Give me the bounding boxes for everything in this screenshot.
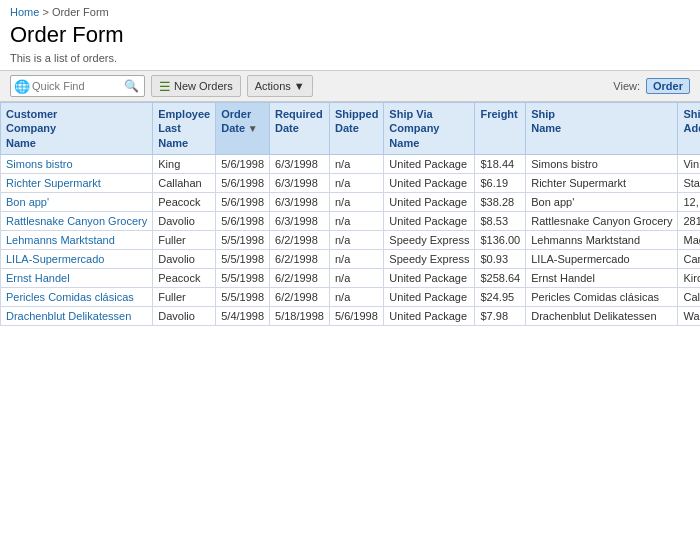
cell-ship_address: 2817 Milton Dr. — [678, 211, 700, 230]
cell-ship_name: Drachenblut Delikatessen — [526, 306, 678, 325]
col-header-ship-address[interactable]: ShipAddress — [678, 103, 700, 155]
col-header-employee[interactable]: EmployeeLast Name — [153, 103, 216, 155]
cell-required_date: 6/2/1998 — [270, 268, 330, 287]
cell-ship_name: Simons bistro — [526, 154, 678, 173]
cell-ship_address: Magazinweg 7 — [678, 230, 700, 249]
cell-customer[interactable]: Ernst Handel — [1, 268, 153, 287]
cell-freight: $0.93 — [475, 249, 526, 268]
cell-order_date: 5/5/1998 — [216, 249, 270, 268]
new-orders-label: New Orders — [174, 80, 233, 92]
cell-customer[interactable]: LILA-Supermercado — [1, 249, 153, 268]
cell-order_date: 5/6/1998 — [216, 211, 270, 230]
cell-ship_name: Pericles Comidas clásicas — [526, 287, 678, 306]
cell-ship_address: Starenweg 5 — [678, 173, 700, 192]
cell-freight: $7.98 — [475, 306, 526, 325]
cell-employee: Fuller — [153, 287, 216, 306]
cell-required_date: 6/3/1998 — [270, 192, 330, 211]
col-header-order-date[interactable]: OrderDate ▼ — [216, 103, 270, 155]
cell-order_date: 5/5/1998 — [216, 230, 270, 249]
cell-ship_name: Rattlesnake Canyon Grocery — [526, 211, 678, 230]
cell-ship_via: United Package — [384, 192, 475, 211]
new-orders-button[interactable]: ☰ New Orders — [151, 75, 241, 97]
cell-shipped_date: 5/6/1998 — [329, 306, 383, 325]
cell-ship_via: Speedy Express — [384, 249, 475, 268]
cell-customer[interactable]: Drachenblut Delikatessen — [1, 306, 153, 325]
table-row: Rattlesnake Canyon GroceryDavolio5/6/199… — [1, 211, 701, 230]
table-header-row: CustomerCompanyName EmployeeLast Name Or… — [1, 103, 701, 155]
cell-customer[interactable]: Pericles Comidas clásicas — [1, 287, 153, 306]
search-button[interactable]: 🔍 — [122, 79, 141, 93]
cell-shipped_date: n/a — [329, 154, 383, 173]
cell-order_date: 5/6/1998 — [216, 154, 270, 173]
cell-employee: Peacock — [153, 268, 216, 287]
col-header-required-date[interactable]: RequiredDate — [270, 103, 330, 155]
col-header-ship-via[interactable]: Ship ViaCompanyName — [384, 103, 475, 155]
cell-customer[interactable]: Richter Supermarkt — [1, 173, 153, 192]
orders-table: CustomerCompanyName EmployeeLast Name Or… — [0, 102, 700, 326]
breadcrumb-home[interactable]: Home — [10, 6, 39, 18]
breadcrumb-current: Order Form — [52, 6, 109, 18]
cell-order_date: 5/4/1998 — [216, 306, 270, 325]
cell-ship_name: Richter Supermarkt — [526, 173, 678, 192]
cell-employee: King — [153, 154, 216, 173]
cell-employee: Davolio — [153, 249, 216, 268]
page-subtitle: This is a list of orders. — [0, 50, 700, 70]
actions-button[interactable]: Actions ▼ — [247, 75, 313, 97]
cell-customer[interactable]: Simons bistro — [1, 154, 153, 173]
col-header-freight[interactable]: Freight — [475, 103, 526, 155]
cell-freight: $6.19 — [475, 173, 526, 192]
cell-shipped_date: n/a — [329, 268, 383, 287]
col-header-customer[interactable]: CustomerCompanyName — [1, 103, 153, 155]
cell-freight: $38.28 — [475, 192, 526, 211]
cell-required_date: 6/3/1998 — [270, 173, 330, 192]
cell-employee: Peacock — [153, 192, 216, 211]
cell-required_date: 6/2/1998 — [270, 287, 330, 306]
cell-ship_name: LILA-Supermercado — [526, 249, 678, 268]
cell-employee: Davolio — [153, 306, 216, 325]
cell-freight: $8.53 — [475, 211, 526, 230]
cell-ship_name: Lehmanns Marktstand — [526, 230, 678, 249]
cell-ship_via: United Package — [384, 268, 475, 287]
cell-freight: $258.64 — [475, 268, 526, 287]
cell-order_date: 5/5/1998 — [216, 268, 270, 287]
cell-shipped_date: n/a — [329, 211, 383, 230]
table-row: Ernst HandelPeacock5/5/19986/2/1998n/aUn… — [1, 268, 701, 287]
cell-ship_address: Walserweg 21 — [678, 306, 700, 325]
new-orders-icon: ☰ — [159, 79, 171, 94]
view-badge: Order — [646, 78, 690, 94]
breadcrumb-separator: > — [42, 6, 51, 18]
cell-ship_via: United Package — [384, 287, 475, 306]
cell-customer[interactable]: Lehmanns Marktstand — [1, 230, 153, 249]
col-header-shipped-date[interactable]: ShippedDate — [329, 103, 383, 155]
cell-employee: Callahan — [153, 173, 216, 192]
toolbar: 🌐 🔍 ☰ New Orders Actions ▼ View: Order — [0, 70, 700, 102]
cell-order_date: 5/6/1998 — [216, 173, 270, 192]
search-input[interactable] — [32, 80, 122, 92]
col-header-ship-name[interactable]: ShipName — [526, 103, 678, 155]
cell-ship_address: Kirchgasse 6 — [678, 268, 700, 287]
table-body: Simons bistroKing5/6/19986/3/1998n/aUnit… — [1, 154, 701, 325]
cell-freight: $136.00 — [475, 230, 526, 249]
actions-chevron-icon: ▼ — [294, 80, 305, 92]
cell-shipped_date: n/a — [329, 230, 383, 249]
cell-ship_address: Vinbæltet 34 — [678, 154, 700, 173]
table-row: Simons bistroKing5/6/19986/3/1998n/aUnit… — [1, 154, 701, 173]
breadcrumb: Home > Order Form — [0, 0, 700, 20]
cell-ship_via: United Package — [384, 211, 475, 230]
cell-required_date: 6/3/1998 — [270, 211, 330, 230]
orders-table-wrap: CustomerCompanyName EmployeeLast Name Or… — [0, 102, 700, 326]
cell-freight: $24.95 — [475, 287, 526, 306]
cell-required_date: 6/2/1998 — [270, 230, 330, 249]
globe-icon: 🌐 — [14, 79, 30, 94]
cell-ship_via: United Package — [384, 154, 475, 173]
view-label: View: — [613, 80, 640, 92]
cell-required_date: 6/2/1998 — [270, 249, 330, 268]
cell-ship_via: United Package — [384, 306, 475, 325]
cell-ship_address: Carrera 52 con Ave. Bolívar #65-98 Llano… — [678, 249, 700, 268]
cell-ship_name: Ernst Handel — [526, 268, 678, 287]
page-title: Order Form — [0, 20, 700, 50]
table-row: LILA-SupermercadoDavolio5/5/19986/2/1998… — [1, 249, 701, 268]
cell-ship_address: 12, rue des Bouchers — [678, 192, 700, 211]
cell-customer[interactable]: Bon app' — [1, 192, 153, 211]
cell-customer[interactable]: Rattlesnake Canyon Grocery — [1, 211, 153, 230]
